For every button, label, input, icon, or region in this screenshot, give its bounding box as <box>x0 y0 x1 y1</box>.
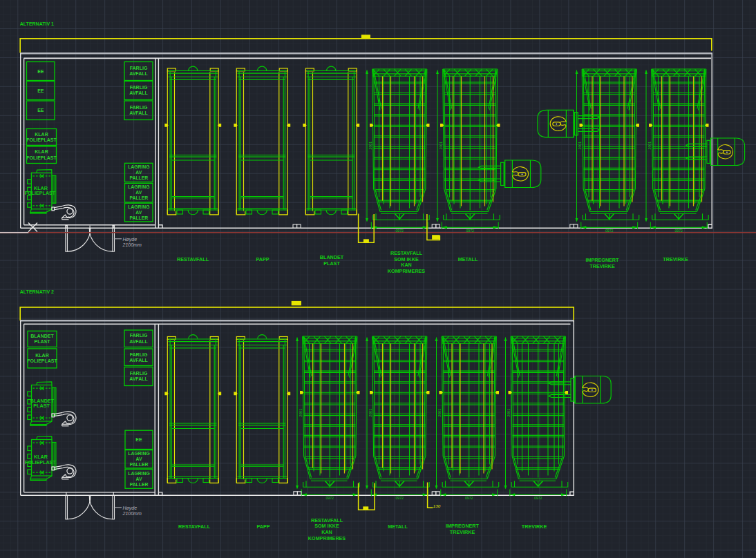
svg-text:KOMPRIMERES: KOMPRIMERES <box>388 268 426 274</box>
svg-text:PALLER: PALLER <box>129 175 148 180</box>
svg-text:FOLIEPLAST: FOLIEPLAST <box>25 190 56 196</box>
svg-text:AVFALL: AVFALL <box>129 90 148 95</box>
svg-text:RESTAVFALL: RESTAVFALL <box>178 523 211 530</box>
svg-text:ALTERNATIV 1: ALTERNATIV 1 <box>20 21 54 26</box>
svg-text:AVFALL: AVFALL <box>129 376 148 381</box>
svg-text:FOLIEPLAST: FOLIEPLAST <box>25 459 56 465</box>
svg-text:EE: EE <box>37 88 44 93</box>
svg-text:IMPREGNERT: IMPREGNERT <box>586 257 620 263</box>
svg-text:SOM IKKE: SOM IKKE <box>314 523 339 529</box>
svg-text:PALLER: PALLER <box>130 462 149 467</box>
svg-text:FOLIEPLAST: FOLIEPLAST <box>26 155 57 160</box>
svg-text:AV: AV <box>135 210 142 215</box>
svg-text:KLAR: KLAR <box>35 132 48 137</box>
svg-text:FOLIEPLAST: FOLIEPLAST <box>26 137 57 142</box>
svg-text:LAGRING: LAGRING <box>128 184 149 189</box>
svg-text:IMPREGNERT: IMPREGNERT <box>446 523 480 529</box>
svg-text:PALLER: PALLER <box>129 195 148 200</box>
svg-text:METALL: METALL <box>458 256 478 262</box>
svg-text:LAGRING: LAGRING <box>128 204 149 209</box>
svg-text:LAGRING: LAGRING <box>128 164 149 169</box>
svg-text:FARLIG: FARLIG <box>130 371 148 376</box>
svg-text:FARLIG: FARLIG <box>130 66 148 70</box>
svg-text:EE: EE <box>135 437 142 442</box>
svg-text:TREVIRKE: TREVIRKE <box>450 529 475 535</box>
svg-text:TREVIRKE: TREVIRKE <box>522 523 547 530</box>
svg-text:Høyde: Høyde <box>123 237 138 242</box>
svg-text:ALTERNATIV 2: ALTERNATIV 2 <box>20 289 54 294</box>
svg-text:AVFALL: AVFALL <box>129 358 148 363</box>
svg-text:FOLIEPLAST: FOLIEPLAST <box>27 358 57 363</box>
svg-text:TREVIRKE: TREVIRKE <box>663 256 688 262</box>
svg-text:PLAST: PLAST <box>323 260 340 267</box>
svg-text:KOMPRIMERES: KOMPRIMERES <box>308 535 346 541</box>
svg-text:KLAR: KLAR <box>35 149 48 154</box>
svg-text:FARLIG: FARLIG <box>130 333 148 338</box>
svg-text:RESTAVFALL: RESTAVFALL <box>177 256 209 262</box>
svg-text:BLANDET: BLANDET <box>30 334 54 338</box>
svg-text:LAGRING: LAGRING <box>128 471 149 476</box>
svg-text:130: 130 <box>433 503 441 508</box>
svg-text:PLAST: PLAST <box>33 403 50 409</box>
svg-text:KAN: KAN <box>401 262 412 268</box>
svg-text:BLANDET: BLANDET <box>320 254 344 260</box>
svg-text:AVFALL: AVFALL <box>129 71 148 76</box>
svg-text:AV: AV <box>135 170 142 175</box>
svg-text:LAGRING: LAGRING <box>128 451 149 456</box>
svg-text:PLAST: PLAST <box>35 339 51 344</box>
svg-text:EE: EE <box>37 69 44 74</box>
svg-text:PALLER: PALLER <box>130 482 149 487</box>
svg-text:AV: AV <box>136 456 142 461</box>
svg-text:2100mm: 2100mm <box>122 511 142 516</box>
svg-text:PAPP: PAPP <box>256 523 270 530</box>
svg-text:AVFALL: AVFALL <box>129 339 148 344</box>
svg-text:FARLIG: FARLIG <box>130 105 148 110</box>
svg-text:PAPP: PAPP <box>256 256 269 262</box>
svg-text:AV: AV <box>135 190 142 195</box>
svg-text:KLAR: KLAR <box>35 353 48 358</box>
svg-text:METALL: METALL <box>388 523 408 530</box>
svg-text:FARLIG: FARLIG <box>130 85 148 90</box>
svg-text:Høyde: Høyde <box>123 506 138 511</box>
svg-text:FARLIG: FARLIG <box>130 352 148 357</box>
svg-text:EE: EE <box>37 108 44 113</box>
svg-text:RESTAVFALL: RESTAVFALL <box>390 250 423 256</box>
svg-text:2100mm: 2100mm <box>122 242 142 247</box>
svg-text:TREVIRKE: TREVIRKE <box>589 263 615 269</box>
svg-text:AVFALL: AVFALL <box>129 110 148 115</box>
svg-text:AV: AV <box>136 477 142 481</box>
svg-text:PALLER: PALLER <box>129 215 148 220</box>
